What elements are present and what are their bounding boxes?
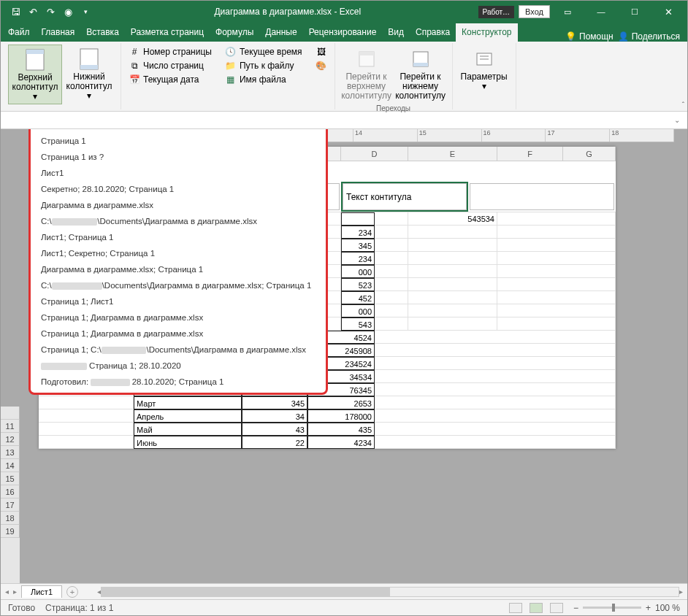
- cell[interactable]: [497, 317, 616, 331]
- cell[interactable]: [375, 291, 408, 304]
- maximize-button[interactable]: ☐: [619, 1, 651, 22]
- add-sheet-button[interactable]: +: [66, 586, 78, 598]
- row-header[interactable]: 12: [1, 433, 20, 446]
- dropdown-item[interactable]: Лист1; Секретно; Страница 1: [31, 245, 326, 261]
- row-header[interactable]: 16: [1, 485, 20, 498]
- cell[interactable]: [375, 304, 408, 317]
- dropdown-item[interactable]: Страница 1; Диаграмма в диаграмме.xlsx: [31, 326, 326, 342]
- cell[interactable]: [375, 344, 616, 357]
- cell-val1[interactable]: 345: [242, 396, 307, 409]
- cell[interactable]: [408, 252, 497, 265]
- col-e[interactable]: E: [408, 147, 497, 161]
- sheet-nav-next-icon[interactable]: ▸: [13, 588, 17, 596]
- cell[interactable]: [497, 252, 616, 265]
- dropdown-item[interactable]: Диаграмма в диаграмме.xlsx: [31, 197, 326, 213]
- cell[interactable]: [375, 239, 408, 252]
- cell-month[interactable]: Апрель: [134, 409, 242, 423]
- cell-month[interactable]: Март: [134, 396, 242, 409]
- col-d[interactable]: D: [341, 147, 408, 161]
- dropdown-item[interactable]: Лист1: [31, 165, 326, 181]
- picture-button[interactable]: 🖼: [316, 46, 327, 58]
- signin-button[interactable]: Вход: [519, 5, 550, 18]
- col-g[interactable]: G: [563, 147, 616, 161]
- share-button[interactable]: 👤 Поделиться: [618, 31, 680, 42]
- row-header[interactable]: [1, 407, 20, 420]
- cell[interactable]: [375, 370, 616, 383]
- tab-home[interactable]: Главная: [36, 23, 81, 42]
- cell-val2[interactable]: 178000: [307, 409, 375, 423]
- cell[interactable]: [375, 317, 408, 331]
- goto-footer-button[interactable]: Перейти к нижнемуколонтитулу: [394, 45, 448, 103]
- camera-icon[interactable]: ◉: [62, 6, 74, 18]
- cell-val1[interactable]: 22: [242, 436, 307, 449]
- tab-formulas[interactable]: Формулы: [210, 23, 259, 42]
- cell[interactable]: [39, 396, 134, 409]
- qat-dropdown-icon[interactable]: ▾: [80, 6, 91, 18]
- cell[interactable]: [375, 409, 616, 423]
- view-page-layout-icon[interactable]: [530, 603, 543, 613]
- cell[interactable]: 345: [341, 239, 375, 252]
- header-dropdown-button[interactable]: Верхнийколонтитул ▾: [8, 45, 62, 104]
- cell[interactable]: [375, 383, 616, 396]
- cell[interactable]: [375, 252, 408, 265]
- cell[interactable]: [39, 436, 134, 449]
- save-icon[interactable]: 🖫: [9, 6, 21, 18]
- cell[interactable]: [375, 331, 616, 344]
- redo-icon[interactable]: ↷: [45, 6, 56, 18]
- close-button[interactable]: ✕: [652, 1, 684, 22]
- row-header[interactable]: 14: [1, 459, 20, 472]
- cell[interactable]: 234: [341, 252, 375, 265]
- account-badge[interactable]: Работ…: [478, 6, 515, 18]
- tab-review[interactable]: Рецензирование: [303, 23, 383, 42]
- row-header[interactable]: 19: [1, 525, 20, 538]
- ribbon-display-icon[interactable]: ▭: [551, 1, 584, 22]
- cell[interactable]: [497, 265, 616, 278]
- file-name-button[interactable]: ▦Имя файла: [225, 74, 302, 85]
- cell[interactable]: 000: [341, 265, 375, 278]
- footer-dropdown-button[interactable]: Нижнийколонтитул ▾: [62, 45, 116, 104]
- row-header[interactable]: 15: [1, 472, 20, 485]
- cell[interactable]: [497, 291, 616, 304]
- sheet-tab[interactable]: Лист1: [21, 585, 62, 598]
- cell[interactable]: [408, 317, 497, 331]
- cell[interactable]: 523: [341, 278, 375, 291]
- cell[interactable]: 234: [341, 226, 375, 239]
- cell[interactable]: [497, 304, 616, 317]
- collapse-ribbon-icon[interactable]: ˆ: [682, 101, 684, 109]
- tab-data[interactable]: Данные: [259, 23, 302, 42]
- cell[interactable]: [375, 278, 408, 291]
- expand-formula-bar-icon[interactable]: ⌄: [670, 115, 684, 126]
- cell-val2[interactable]: 435: [307, 423, 375, 436]
- current-date-button[interactable]: 📅Текущая дата: [129, 74, 212, 85]
- cell[interactable]: [408, 226, 497, 239]
- cell[interactable]: 452: [341, 291, 375, 304]
- current-time-button[interactable]: 🕓Текущее время: [225, 46, 302, 58]
- cell[interactable]: [497, 278, 616, 291]
- horizontal-scrollbar[interactable]: ◂▸: [97, 587, 683, 597]
- cell-month[interactable]: Май: [134, 423, 242, 436]
- row-header[interactable]: 17: [1, 498, 20, 512]
- col-f[interactable]: F: [497, 147, 563, 161]
- cell[interactable]: [408, 291, 497, 304]
- tab-help[interactable]: Справка: [410, 23, 456, 42]
- dropdown-item[interactable]: Страница 1; Диаграмма в диаграмме.xlsx: [31, 309, 326, 326]
- cell-val2[interactable]: 4234: [307, 436, 375, 449]
- dropdown-item[interactable]: Подготовил: 28.10.2020; Страница 1: [31, 374, 326, 390]
- cell[interactable]: [497, 239, 616, 252]
- cell[interactable]: 543: [341, 317, 375, 331]
- dropdown-item[interactable]: Страница 1; Лист1: [31, 293, 326, 309]
- header-right[interactable]: [470, 183, 614, 210]
- zoom-level[interactable]: 100 %: [655, 603, 680, 613]
- cell[interactable]: [497, 212, 616, 226]
- cell[interactable]: [408, 265, 497, 278]
- cell[interactable]: 000: [341, 304, 375, 317]
- cell[interactable]: [408, 304, 497, 317]
- view-normal-icon[interactable]: [509, 603, 522, 613]
- dropdown-item[interactable]: Страница 1; C:\\Documents\Диаграмма в ди…: [31, 342, 326, 358]
- format-picture-button[interactable]: 🎨: [316, 60, 327, 72]
- file-path-button[interactable]: 📁Путь к файлу: [225, 60, 302, 72]
- dropdown-item[interactable]: C:\\Documents\Диаграмма в диаграмме.xlsx…: [31, 277, 326, 293]
- row-header[interactable]: 13: [1, 446, 20, 459]
- dropdown-item[interactable]: Лист1; Страница 1: [31, 229, 326, 245]
- cell[interactable]: [375, 226, 408, 239]
